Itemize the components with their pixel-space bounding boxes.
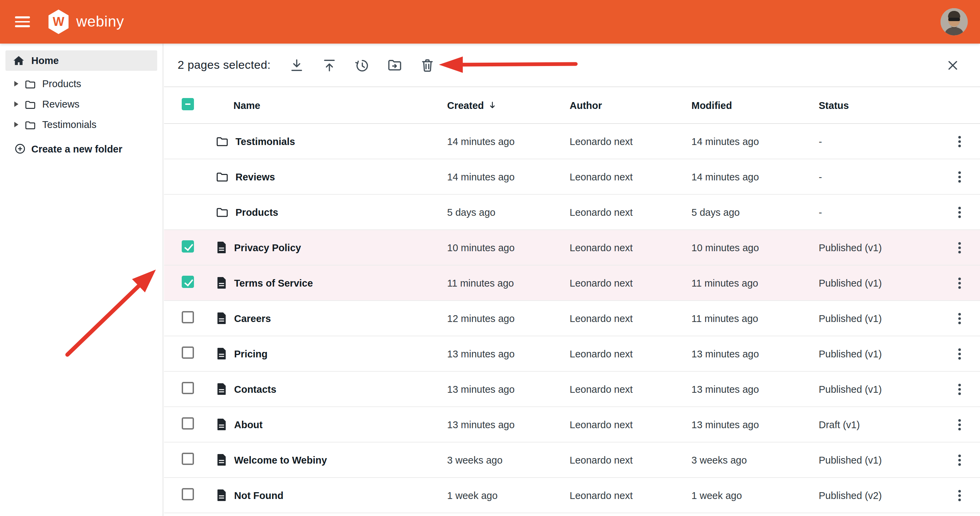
row-menu-button[interactable] [951,275,968,291]
row-menu-button[interactable] [951,487,968,503]
expand-arrow-icon[interactable] [14,122,18,127]
row-created: 14 minutes ago [447,136,570,147]
row-name: Welcome to Webiny [234,454,327,465]
row-modified: 3 weeks ago [692,454,819,465]
table-row[interactable]: Terms of Service 11 minutes ago Leonardo… [164,266,980,301]
sidebar-folder-products[interactable]: Products [0,73,163,94]
column-header-created[interactable]: Created [447,100,570,111]
table-row[interactable]: Pricing 13 minutes ago Leonardo next 13 … [164,336,980,372]
upload-action-button[interactable] [321,57,337,73]
row-checkbox[interactable] [182,382,194,394]
row-modified: 14 minutes ago [692,171,819,182]
close-selection-button[interactable] [945,57,961,73]
table-row[interactable]: Contacts 13 minutes ago Leonardo next 13… [164,372,980,407]
row-menu-button[interactable] [951,239,968,256]
row-name: Careers [234,313,271,324]
hamburger-menu-icon[interactable] [15,16,30,27]
row-status: - [819,171,935,182]
column-header-modified[interactable]: Modified [692,100,819,111]
home-icon [13,55,24,66]
column-header-status[interactable]: Status [819,100,935,111]
row-name: About [234,419,263,430]
sidebar-item-home[interactable]: Home [5,50,157,71]
row-menu-button[interactable] [951,204,968,220]
row-created: 13 minutes ago [447,419,570,430]
row-created: 13 minutes ago [447,348,570,359]
column-header-name[interactable]: Name [234,100,447,111]
row-author: Leonardo next [570,454,692,465]
table-row[interactable]: Careers 12 minutes ago Leonardo next 11 … [164,301,980,336]
row-created: 14 minutes ago [447,171,570,182]
user-avatar[interactable] [940,8,968,35]
select-all-checkbox[interactable] [182,98,194,110]
row-checkbox[interactable] [182,276,194,288]
row-menu-button[interactable] [951,169,968,185]
page-icon [216,347,227,360]
row-menu-button[interactable] [951,346,968,362]
upload-icon [321,57,337,73]
row-checkbox[interactable] [182,488,194,500]
folder-icon [24,79,36,89]
kebab-menu-icon [953,205,966,219]
webiny-page-manager: W webiny Home [0,0,980,516]
row-name: Reviews [235,171,275,182]
row-checkbox[interactable] [182,417,194,430]
row-modified: 1 week ago [692,490,819,501]
row-created: 1 week ago [447,490,570,501]
kebab-menu-icon [953,453,966,467]
selection-count-label: 2 pages selected: [178,58,270,72]
row-checkbox[interactable] [182,311,194,323]
row-status: Draft (v1) [819,419,935,430]
row-name: Pricing [234,348,267,359]
kebab-menu-icon [953,240,966,254]
row-author: Leonardo next [570,136,692,147]
table-row[interactable]: Welcome to Webiny 3 weeks ago Leonardo n… [164,443,980,478]
row-menu-button[interactable] [951,452,968,468]
kebab-menu-icon [953,418,966,431]
expand-arrow-icon[interactable] [14,102,18,107]
row-menu-button[interactable] [951,310,968,326]
sidebar-folder-reviews[interactable]: Reviews [0,94,163,115]
expand-arrow-icon[interactable] [14,81,18,86]
row-menu-button[interactable] [951,381,968,397]
create-new-folder-button[interactable]: Create a new folder [0,143,163,154]
row-status: Published (v1) [819,384,935,395]
column-header-author[interactable]: Author [570,100,692,111]
move-to-folder-icon [386,57,402,73]
delete-action-button[interactable] [419,57,435,73]
row-author: Leonardo next [570,419,692,430]
avatar-image [940,8,968,35]
webiny-logo: W webiny [48,10,124,34]
row-modified: 10 minutes ago [692,242,819,253]
table-row[interactable]: Reviews 14 minutes ago Leonardo next 14 … [164,159,980,195]
row-status: Published (v1) [819,277,935,288]
table-row[interactable]: Not Found 1 week ago Leonardo next 1 wee… [164,478,980,513]
table-row[interactable]: About 13 minutes ago Leonardo next 13 mi… [164,407,980,443]
folder-icon [216,171,229,182]
move-to-folder-action-button[interactable] [386,57,402,73]
restore-action-button[interactable] [353,57,370,73]
row-author: Leonardo next [570,207,692,218]
trash-icon [419,57,435,73]
row-checkbox[interactable] [182,453,194,465]
row-author: Leonardo next [570,490,692,501]
row-checkbox[interactable] [182,240,194,253]
row-menu-button[interactable] [951,133,968,150]
table-row[interactable]: Privacy Policy 10 minutes ago Leonardo n… [164,230,980,266]
download-action-button[interactable] [288,57,305,73]
row-modified: 11 minutes ago [692,277,819,288]
sidebar-folder-testimonials[interactable]: Testimonials [0,115,163,135]
bulk-actions [288,57,435,73]
row-status: - [819,207,935,218]
row-author: Leonardo next [570,242,692,253]
table-header: Name Created Author Modified Status [164,87,980,124]
table-row[interactable]: Products 5 days ago Leonardo next 5 days… [164,195,980,230]
download-icon [288,57,305,73]
sidebar-folder-label: Products [42,78,81,89]
row-created: 11 minutes ago [447,277,570,288]
row-name: Contacts [234,384,276,395]
row-menu-button[interactable] [951,416,968,433]
row-name: Products [235,207,278,218]
table-row[interactable]: Testimonials 14 minutes ago Leonardo nex… [164,124,980,159]
row-checkbox[interactable] [182,347,194,359]
